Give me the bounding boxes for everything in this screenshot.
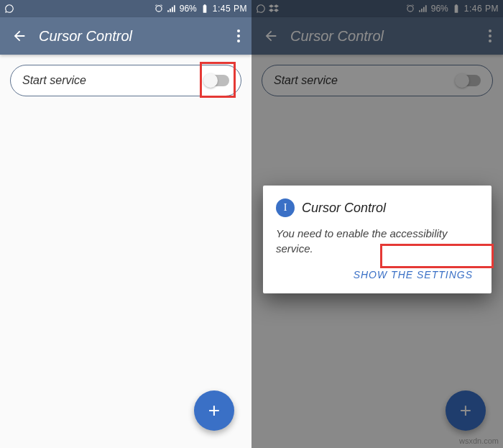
arrow-left-icon <box>11 28 27 44</box>
arrow-left-icon <box>263 28 279 44</box>
clock-time: 1:45 PM <box>213 4 247 14</box>
start-service-toggle[interactable] <box>205 75 229 86</box>
fab-add-button: + <box>446 390 486 431</box>
start-service-label: Start service <box>22 74 205 87</box>
phone-right: 96% 1:46 PM Cursor Control Start service… <box>251 0 503 448</box>
show-settings-button[interactable]: SHOW THE SETTINGS <box>348 265 479 285</box>
start-service-toggle <box>456 75 481 86</box>
alarm-icon <box>405 4 415 14</box>
status-bar: 96% 1:45 PM <box>0 0 251 17</box>
phone-left: 96% 1:45 PM Cursor Control Start service… <box>0 0 251 448</box>
start-service-label: Start service <box>274 74 456 87</box>
signal-icon <box>167 4 177 14</box>
battery-percent: 96% <box>431 4 448 14</box>
dialog-title: Cursor Control <box>302 201 386 216</box>
signal-icon <box>418 4 428 14</box>
back-button[interactable] <box>259 24 283 48</box>
plus-icon: + <box>208 399 220 422</box>
accessibility-dialog: I Cursor Control You need to enable the … <box>263 186 492 293</box>
content-area: Start service <box>0 55 251 448</box>
app-title: Cursor Control <box>32 28 233 45</box>
dialog-body: You need to enable the accessibility ser… <box>276 226 479 256</box>
app-bar: Cursor Control <box>251 17 503 55</box>
fab-add-button[interactable]: + <box>194 390 234 431</box>
app-title: Cursor Control <box>283 28 484 45</box>
app-bar: Cursor Control <box>0 17 251 55</box>
whatsapp-icon <box>4 4 14 14</box>
clock-time: 1:46 PM <box>464 4 499 14</box>
overflow-menu-button[interactable] <box>484 25 496 47</box>
dropbox-icon <box>269 4 279 14</box>
battery-icon <box>200 4 210 14</box>
whatsapp-icon <box>256 4 266 14</box>
info-icon: I <box>276 198 295 217</box>
overflow-menu-button[interactable] <box>233 25 244 47</box>
watermark: wsxdn.com <box>459 436 499 445</box>
start-service-row[interactable]: Start service <box>10 65 241 96</box>
start-service-row: Start service <box>262 65 493 96</box>
alarm-icon <box>154 4 164 14</box>
battery-percent: 96% <box>180 4 197 14</box>
battery-icon <box>451 4 461 14</box>
status-bar: 96% 1:46 PM <box>251 0 503 17</box>
back-button[interactable] <box>7 24 32 48</box>
plus-icon: + <box>460 399 471 422</box>
